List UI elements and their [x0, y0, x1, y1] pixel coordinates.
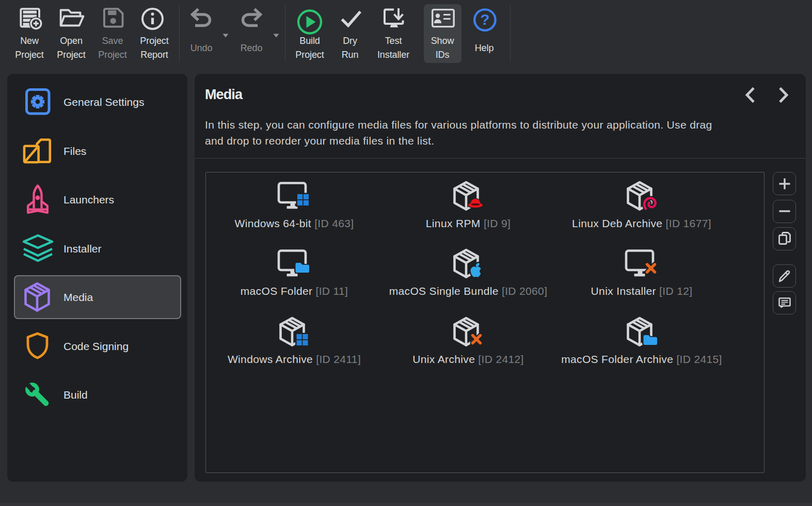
svg-text:?: ? — [480, 11, 489, 28]
